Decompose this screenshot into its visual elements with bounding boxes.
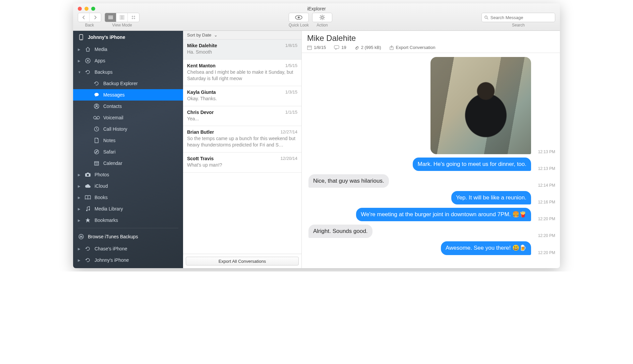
sidebar-item-label: Notes <box>103 138 116 143</box>
message-bubble: We're meeting at the burger joint in dow… <box>356 208 531 221</box>
svg-line-22 <box>487 18 488 19</box>
message-bubble: Mark. He's going to meet us for dinner, … <box>413 158 531 171</box>
sidebar-item-label: Books <box>95 195 108 200</box>
svg-point-41 <box>89 209 90 210</box>
sidebar-item-messages[interactable]: Messages <box>73 89 183 101</box>
sidebar-item-backups[interactable]: ▼Backups <box>73 66 183 78</box>
sidebar-item-label: Backup Explorer <box>103 81 138 86</box>
backup-item[interactable]: ▶Chase's iPhone <box>73 243 183 254</box>
search-field[interactable] <box>481 13 555 22</box>
search-icon <box>484 15 488 20</box>
svg-point-28 <box>96 105 97 106</box>
sidebar-item-label: Calendar <box>103 161 122 166</box>
sidebar-item-safari[interactable]: Safari <box>73 146 183 158</box>
export-all-button[interactable]: Export All Conversations <box>186 257 299 265</box>
sidebar-item-backup-explorer[interactable]: Backup Explorer <box>73 78 183 89</box>
message-time: 12:14 PM <box>534 183 555 188</box>
note-icon <box>93 138 100 143</box>
voicemail-icon <box>93 116 100 120</box>
action-button[interactable] <box>312 13 332 22</box>
sidebar-item-apps[interactable]: ▶Apps <box>73 55 183 66</box>
contact-icon <box>93 104 100 109</box>
conversation-item[interactable]: Kayla Giunta1/3/15Okay. Thanks. <box>183 86 301 106</box>
view-grid-button[interactable] <box>128 13 139 22</box>
message-row: Awesome. See you there! 😃🍺12:20 PM <box>308 241 555 255</box>
svg-point-24 <box>81 39 81 40</box>
svg-point-29 <box>94 116 96 119</box>
message-image[interactable] <box>430 57 531 154</box>
svg-point-12 <box>321 16 323 18</box>
view-columns-button[interactable] <box>116 13 128 22</box>
sidebar-item-media[interactable]: ▶Media <box>73 44 183 55</box>
camera-icon <box>84 172 91 177</box>
sidebar-item-photos[interactable]: ▶Photos <box>73 169 183 180</box>
minimize-icon[interactable] <box>84 7 89 11</box>
conversation-item[interactable]: Mike Dalehite1/8/15Ha. Smooth <box>183 40 301 60</box>
message-time: 12:20 PM <box>534 233 555 238</box>
svg-point-40 <box>86 210 88 211</box>
sidebar-item-label: Messages <box>103 92 125 98</box>
sidebar-item-label: Bookmarks <box>95 218 118 223</box>
music-icon <box>84 206 91 211</box>
chat-title: Mike Dalehite <box>307 34 555 43</box>
conversation-item[interactable]: Chris Devor1/1/15Yea... <box>183 106 301 126</box>
conversation-item[interactable]: Scott Travis12/20/14What's up man!? <box>183 153 301 173</box>
forward-button[interactable] <box>90 13 101 22</box>
sidebar-item-label: Media Library <box>95 206 123 211</box>
svg-rect-1 <box>108 17 113 18</box>
export-conversation-button[interactable]: Export Conversation <box>389 45 436 50</box>
sidebar-item-books[interactable]: ▶Books <box>73 192 183 203</box>
restore-icon <box>93 81 100 86</box>
message-time: 12:13 PM <box>534 149 555 154</box>
sidebar-item-notes[interactable]: Notes <box>73 135 183 146</box>
book-icon <box>84 195 91 200</box>
paperclip-icon <box>354 45 359 50</box>
conversation-preview: Yea... <box>187 116 297 122</box>
svg-rect-45 <box>334 46 339 49</box>
sidebar-item-bookmarks[interactable]: ▶Bookmarks <box>73 215 183 226</box>
sidebar-device[interactable]: Johnny's iPhone <box>73 31 183 44</box>
back-button[interactable] <box>78 13 90 22</box>
message-row: Mark. He's going to meet us for dinner, … <box>308 158 555 171</box>
message-row: Alright. Sounds good.12:20 PM <box>308 225 555 238</box>
sidebar-item-calendar[interactable]: 15Calendar <box>73 158 183 169</box>
phone-icon <box>78 34 84 40</box>
chat-attachments: 2 (995 kB) <box>354 45 381 50</box>
sidebar-item-call-history[interactable]: Call History <box>73 123 183 135</box>
svg-point-7 <box>134 16 135 17</box>
window-title: iExplorer <box>73 3 560 11</box>
message-row: Yep. It will be like a reunion.12:16 PM <box>308 191 555 204</box>
sidebar-item-label: Media <box>95 47 107 52</box>
svg-point-9 <box>134 18 135 19</box>
zoom-icon[interactable] <box>91 7 95 11</box>
conversation-item[interactable]: Kent Manton1/5/15Chelsea and I might be … <box>183 60 301 86</box>
sidebar-item-contacts[interactable]: Contacts <box>73 101 183 112</box>
disclosure-icon: ▶ <box>78 173 81 177</box>
svg-point-21 <box>485 16 487 18</box>
disclosure-icon: ▶ <box>78 247 81 251</box>
message-time: 12:16 PM <box>534 200 555 204</box>
search-input[interactable] <box>491 15 552 20</box>
sidebar-item-icloud[interactable]: ▶iCloud <box>73 180 183 192</box>
browse-backups-header: Browse iTunes Backups <box>73 230 183 243</box>
message-icon <box>93 92 100 98</box>
disclosure-icon: ▶ <box>78 258 81 262</box>
backup-item[interactable]: ▶Johnny's iPhone <box>73 254 183 266</box>
sidebar-item-label: Voicemail <box>103 115 123 120</box>
svg-rect-2 <box>108 18 113 19</box>
message-list[interactable]: 12:13 PMMark. He's going to meet us for … <box>302 53 560 268</box>
conversation-list: Sort by Date ⌄ Mike Dalehite1/8/15Ha. Sm… <box>183 31 302 268</box>
sidebar-item-voicemail[interactable]: Voicemail <box>73 112 183 123</box>
view-list-button[interactable] <box>105 13 116 22</box>
conversation-item[interactable]: Brian Butler12/27/14So the temps came up… <box>183 126 301 153</box>
sidebar-item-label: Photos <box>95 172 109 177</box>
svg-line-20 <box>324 15 325 16</box>
message-time: 12:20 PM <box>534 250 555 255</box>
sort-header[interactable]: Sort by Date ⌄ <box>183 31 301 40</box>
close-icon[interactable] <box>78 7 82 11</box>
chevron-down-icon: ⌄ <box>214 33 218 38</box>
conversation-preview: Okay. Thanks. <box>187 96 297 102</box>
sidebar-item-media-library[interactable]: ▶Media Library <box>73 203 183 215</box>
star-icon <box>84 218 91 223</box>
quick-look-button[interactable] <box>289 13 309 22</box>
